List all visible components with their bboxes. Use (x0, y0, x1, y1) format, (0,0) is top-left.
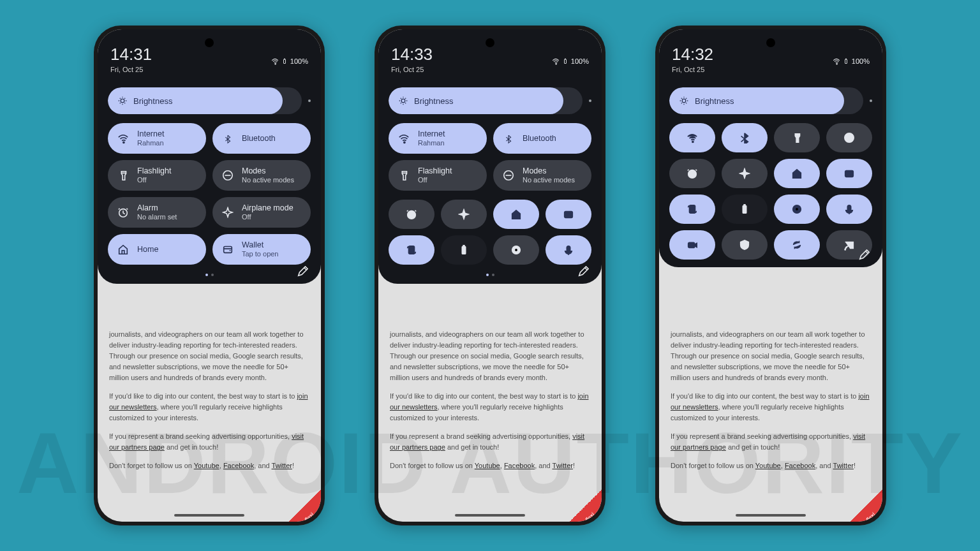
link-twitter[interactable]: Twitter (553, 462, 573, 469)
bluetooth-icon (221, 132, 234, 145)
qs-tile-dnd[interactable] (826, 123, 872, 152)
link-facebook[interactable]: Facebook (223, 462, 254, 469)
home-icon (117, 243, 130, 256)
wifi-icon (117, 132, 130, 145)
cast-icon (843, 239, 855, 251)
alarm-icon (117, 206, 130, 219)
flashlight-icon (397, 169, 410, 182)
date: Fri, Oct 25 (672, 66, 713, 73)
qs-tile-alarm[interactable] (669, 159, 715, 188)
camera-cutout (766, 38, 775, 47)
qs-tile-wallet[interactable] (546, 200, 591, 229)
qs-tile-dnd[interactable]: ModesNo active modes (212, 160, 311, 191)
qs-tile-wallet[interactable] (826, 159, 872, 188)
brightness-slider[interactable]: Brightness (389, 87, 591, 114)
qs-tile-wallet[interactable]: WalletTap to open (212, 234, 311, 265)
status-indicators: 100% (552, 57, 589, 65)
sync-icon (791, 239, 803, 251)
dnd-icon (221, 169, 234, 182)
qs-tile-airplane[interactable]: Airplane modeOff (212, 197, 311, 228)
quick-settings-panel: 14:32 Fri, Oct 25 100% Brightness (659, 29, 882, 267)
qs-tile-airplane[interactable] (722, 159, 768, 188)
alarm-icon (687, 168, 698, 179)
nav-bar[interactable] (174, 514, 244, 517)
link-twitter[interactable]: Twitter (833, 462, 854, 469)
edit-pencil-icon[interactable] (858, 249, 870, 261)
brightness-more-icon[interactable] (589, 99, 591, 102)
status-indicators: 100% (271, 57, 308, 65)
clock: 14:32 (672, 45, 713, 64)
nav-bar[interactable] (736, 514, 806, 517)
mic-icon (563, 244, 574, 256)
qs-tile-wifi[interactable]: InternetRahman (108, 123, 206, 154)
flexi-badge: flexi (568, 489, 602, 522)
qs-tile-rotate[interactable] (389, 235, 434, 265)
qs-tile-mic[interactable] (546, 235, 591, 265)
nav-bar[interactable] (455, 514, 525, 517)
bluetooth-icon (739, 132, 750, 143)
qs-tile-home[interactable] (493, 200, 539, 229)
wallet-icon (843, 168, 855, 179)
record-icon (791, 203, 803, 215)
qs-tile-sync[interactable] (774, 230, 820, 260)
brightness-slider[interactable]: Brightness (108, 87, 311, 114)
qs-tile-flashlight[interactable]: FlashlightOff (389, 160, 487, 191)
qs-tile-wifi[interactable]: InternetRahman (389, 123, 487, 154)
battery-icon (739, 203, 750, 215)
qs-tile-bluetooth[interactable]: Bluetooth (212, 123, 311, 154)
qs-tile-mic[interactable] (826, 195, 872, 224)
clock: 14:33 (391, 45, 433, 64)
qs-tile-home[interactable] (774, 159, 820, 188)
wifi-icon (397, 132, 410, 145)
airplane-icon (221, 206, 234, 219)
edit-pencil-icon[interactable] (577, 266, 589, 277)
wallet-icon (563, 209, 574, 220)
qs-tile-battery[interactable] (441, 235, 487, 265)
brightness-slider[interactable]: Brightness (669, 87, 872, 114)
link-youtube[interactable]: Youtube (475, 462, 500, 469)
qs-tile-wifi[interactable] (669, 123, 715, 152)
shield-icon (739, 239, 750, 251)
clock: 14:31 (110, 45, 152, 64)
sun-icon (118, 96, 127, 105)
link-facebook[interactable]: Facebook (785, 462, 815, 469)
airplane-icon (458, 209, 470, 220)
phone-mockup-1: journalists, and videographers on our te… (94, 26, 325, 525)
qs-tile-dnd[interactable]: ModesNo active modes (493, 160, 591, 191)
flexi-badge: flexi (849, 489, 882, 522)
qs-tile-home[interactable]: Home (108, 234, 206, 265)
qs-tile-airplane[interactable] (441, 200, 487, 229)
flashlight-icon (791, 132, 803, 143)
link-youtube[interactable]: Youtube (194, 462, 219, 469)
qs-tile-battery[interactable] (722, 195, 768, 224)
brightness-more-icon[interactable] (870, 99, 872, 102)
qs-tile-flashlight[interactable] (774, 123, 820, 152)
quick-settings-panel: 14:33 Fri, Oct 25 100% Brightness (378, 29, 602, 284)
airplane-icon (739, 168, 750, 179)
bluetooth-icon (502, 132, 515, 145)
date: Fri, Oct 25 (391, 66, 433, 73)
qs-tile-shield[interactable] (722, 230, 768, 260)
link-twitter[interactable]: Twitter (272, 462, 292, 469)
record-icon (510, 244, 522, 256)
phone-mockup-3: journalists, and videographers on our te… (655, 26, 886, 525)
link-facebook[interactable]: Facebook (504, 462, 535, 469)
qs-tile-bluetooth[interactable]: Bluetooth (493, 123, 591, 154)
qs-tile-flashlight[interactable]: FlashlightOff (108, 160, 206, 191)
camera-cutout (205, 38, 214, 47)
link-youtube[interactable]: Youtube (755, 462, 781, 469)
qs-tile-record[interactable] (774, 195, 820, 224)
qs-tile-bluetooth[interactable] (722, 123, 768, 152)
wallet-icon (221, 243, 234, 256)
qs-tile-alarm[interactable] (389, 200, 434, 229)
dnd-icon (502, 169, 515, 182)
status-indicators: 100% (833, 57, 870, 65)
edit-pencil-icon[interactable] (297, 266, 308, 277)
battery-icon (458, 244, 470, 256)
qs-tile-alarm[interactable]: AlarmNo alarm set (108, 197, 206, 228)
flashlight-icon (117, 169, 130, 182)
brightness-more-icon[interactable] (308, 99, 311, 102)
qs-tile-rotate[interactable] (669, 195, 715, 224)
qs-tile-camera[interactable] (669, 230, 715, 260)
qs-tile-record[interactable] (493, 235, 539, 265)
